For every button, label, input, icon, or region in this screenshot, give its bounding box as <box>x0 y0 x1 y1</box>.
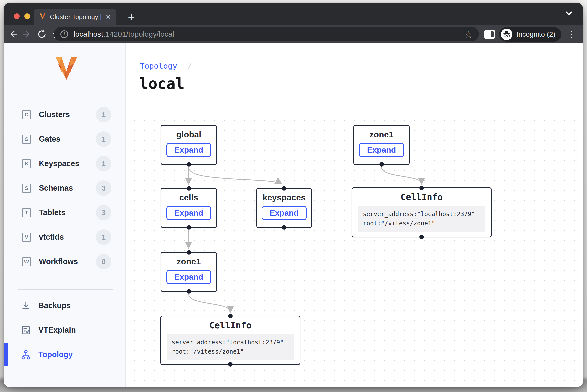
connection-port-top <box>228 314 233 318</box>
sidebar-item-label: Tablets <box>39 208 66 217</box>
close-window-button[interactable] <box>14 14 20 19</box>
count-badge: 1 <box>96 230 112 245</box>
node-keyspaces[interactable]: keyspaces Expand <box>256 188 312 228</box>
desktop: Cluster Topology | VTAdmin ✕ + i <box>0 0 587 392</box>
connection-port-top <box>282 186 286 191</box>
minimize-window-button[interactable] <box>24 14 30 19</box>
topology-icon <box>20 350 32 360</box>
chevron-down-icon[interactable] <box>564 10 574 18</box>
expand-button[interactable]: Expand <box>166 206 212 220</box>
sidebar-item-workflows[interactable]: W Workflows 0 <box>4 250 126 274</box>
back-button[interactable] <box>8 29 18 40</box>
node-cellinfo-nested[interactable]: CellInfo server_address:"localhost:2379"… <box>160 316 300 365</box>
incognito-icon <box>501 29 512 40</box>
new-tab-button[interactable]: + <box>124 9 140 25</box>
sidebar-nav: C Clusters 1 G Gates 1 K Keyspaces 1 <box>4 102 126 274</box>
node-cells[interactable]: cells Expand <box>161 188 217 228</box>
sidebar-item-label: Gates <box>39 135 60 144</box>
address-bar[interactable]: i localhost:14201/topology/local ☆ <box>54 27 479 42</box>
edge-zone1-cellinfo <box>382 167 422 184</box>
sidebar-item-topology[interactable]: Topology <box>4 342 126 367</box>
expand-button[interactable]: Expand <box>262 206 307 220</box>
node-title: zone1 <box>162 257 216 266</box>
edge-global-keyspaces <box>189 167 282 184</box>
node-zone1[interactable]: zone1 Expand <box>354 125 410 165</box>
vtexplain-doc-icon <box>20 325 32 335</box>
sidebar-divider <box>18 290 114 290</box>
gates-icon: G <box>22 135 31 144</box>
sidebar: C Clusters 1 G Gates 1 K Keyspaces 1 <box>4 44 126 387</box>
node-title: CellInfo <box>161 320 300 330</box>
code-line: server_address:"localhost:2379" <box>363 210 480 219</box>
breadcrumb: Topology / <box>140 62 192 70</box>
sidebar-item-schemas[interactable]: S Schemas 3 <box>4 176 126 200</box>
sidebar-item-vtexplain[interactable]: VTExplain <box>4 318 126 342</box>
sidebar-item-label: Backups <box>38 301 71 310</box>
sidebar-item-label: vtctlds <box>39 233 64 242</box>
forward-button[interactable] <box>22 29 33 40</box>
expand-button[interactable]: Expand <box>166 270 212 284</box>
connection-port-bottom <box>228 362 233 367</box>
node-title: keyspaces <box>257 193 311 202</box>
count-badge: 1 <box>96 156 112 172</box>
count-badge: 3 <box>96 205 112 220</box>
sidebar-item-label: Keyspaces <box>39 159 80 168</box>
node-title: CellInfo <box>352 192 491 202</box>
sidebar-item-gates[interactable]: G Gates 1 <box>4 127 126 152</box>
node-cellinfo-zone1[interactable]: CellInfo server_address:"localhost:2379"… <box>352 188 492 238</box>
sidebar-item-clusters[interactable]: C Clusters 1 <box>4 102 126 127</box>
sidebar-item-keyspaces[interactable]: K Keyspaces 1 <box>4 152 126 176</box>
connection-port-bottom <box>380 162 384 167</box>
bookmark-star-icon[interactable]: ☆ <box>464 29 473 40</box>
expand-button[interactable]: Expand <box>166 143 212 157</box>
sidebar-item-label: Schemas <box>39 184 73 193</box>
browser-tab[interactable]: Cluster Topology | VTAdmin ✕ <box>34 9 116 25</box>
node-title: cells <box>162 193 216 202</box>
vitess-logo <box>54 56 126 82</box>
node-title: zone1 <box>354 130 409 140</box>
side-panel-icon[interactable] <box>484 30 495 39</box>
browser-menu-icon[interactable]: ⋮ <box>566 28 577 41</box>
topology-canvas[interactable]: global Expand zone1 Expand cells Expand <box>126 118 583 387</box>
main-content: Topology / local <box>126 44 583 387</box>
vitess-favicon <box>40 13 46 21</box>
sidebar-item-tablets[interactable]: T Tablets 3 <box>4 200 126 225</box>
vtctlds-icon: V <box>22 233 31 242</box>
breadcrumb-topology-link[interactable]: Topology <box>140 62 177 70</box>
connection-port-bottom <box>420 235 424 239</box>
browser-toolbar: i localhost:14201/topology/local ☆ Incog… <box>4 25 583 44</box>
expand-button[interactable]: Expand <box>359 143 404 157</box>
reload-button[interactable] <box>36 29 48 40</box>
keyspaces-icon: K <box>22 159 31 168</box>
count-badge: 1 <box>96 132 112 147</box>
tablets-icon: T <box>22 208 31 218</box>
sidebar-item-label: VTExplain <box>38 326 76 335</box>
sidebar-item-label: Workflows <box>39 257 78 266</box>
code-line: server_address:"localhost:2379" <box>172 338 289 347</box>
browser-window: Cluster Topology | VTAdmin ✕ + i <box>4 3 583 387</box>
url-host: localhost <box>74 30 103 38</box>
sidebar-item-label: Topology <box>38 350 73 359</box>
schemas-icon: S <box>22 184 31 193</box>
node-global[interactable]: global Expand <box>161 125 217 165</box>
url-text[interactable]: localhost:14201/topology/local <box>74 30 174 38</box>
cellinfo-code: server_address:"localhost:2379" root:"/v… <box>167 334 294 360</box>
workflows-icon: W <box>22 257 31 266</box>
backups-download-icon <box>20 301 32 311</box>
tab-close-icon[interactable]: ✕ <box>106 13 111 21</box>
tab-title: Cluster Topology | VTAdmin <box>50 13 103 21</box>
site-info-icon[interactable]: i <box>60 30 68 38</box>
node-title: global <box>162 130 216 140</box>
clusters-icon: C <box>22 110 31 120</box>
sidebar-item-vtctlds[interactable]: V vtctlds 1 <box>4 225 126 250</box>
code-line: root:"/vitess/zone1" <box>363 219 480 228</box>
incognito-label: Incognito (2) <box>516 30 556 38</box>
node-zone1-nested[interactable]: zone1 Expand <box>161 252 217 292</box>
connection-port-bottom <box>282 225 286 230</box>
count-badge: 0 <box>96 254 112 270</box>
sidebar-item-backups[interactable]: Backups <box>4 294 126 318</box>
connection-port-top <box>187 186 191 191</box>
sidebar-item-label: Clusters <box>39 110 70 119</box>
active-indicator <box>4 343 8 366</box>
connection-port-bottom <box>187 225 191 230</box>
